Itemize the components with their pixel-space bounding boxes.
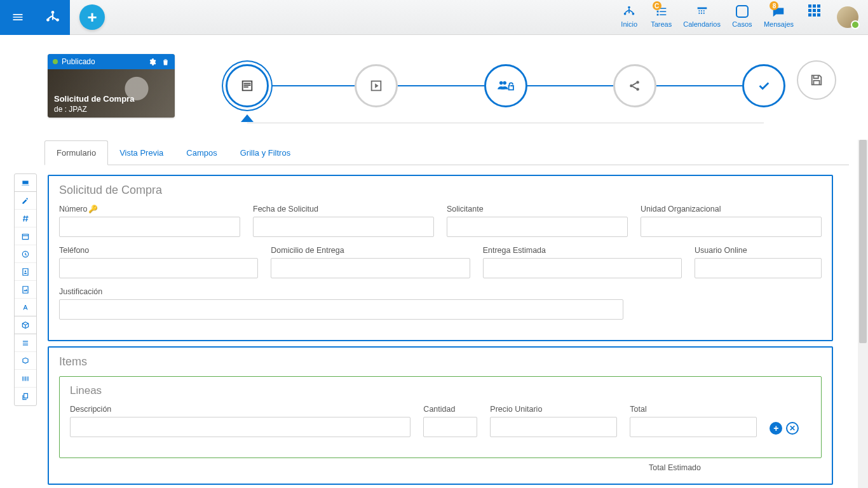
label-domicilio: Domicilio de Entrega xyxy=(271,246,470,255)
label-entrega: Entrega Estimada xyxy=(483,246,682,255)
lines-icon xyxy=(21,339,30,348)
barcode-icon xyxy=(21,374,30,383)
input-precio[interactable] xyxy=(490,417,617,437)
casos-icon xyxy=(736,5,749,18)
edit-icon xyxy=(21,196,30,205)
copy-icon xyxy=(21,392,30,401)
input-entrega[interactable] xyxy=(483,258,682,278)
form-card: Publicado Solicitud de Compra de : JPAZ xyxy=(48,54,175,118)
tool-laptop[interactable] xyxy=(15,174,36,192)
label-fecha: Fecha de Solicitud xyxy=(253,205,434,214)
label-cantidad: Cantidad xyxy=(423,405,477,414)
box-icon xyxy=(21,321,30,330)
add-line-button[interactable]: + xyxy=(770,422,782,435)
step-share[interactable] xyxy=(613,64,656,107)
tab-formulario[interactable]: Formulario xyxy=(44,140,108,165)
tab-grilla[interactable]: Grilla y Filtros xyxy=(229,141,302,165)
svg-point-5 xyxy=(632,13,635,15)
inicio-icon xyxy=(622,4,636,18)
svg-point-7 xyxy=(503,81,506,85)
input-total[interactable] xyxy=(630,417,757,437)
card-status: Publicado xyxy=(53,57,95,66)
laptop-icon xyxy=(21,179,30,187)
trash-icon[interactable] xyxy=(161,58,170,66)
svg-point-6 xyxy=(499,81,503,85)
gear-icon[interactable] xyxy=(148,58,156,66)
tool-barcode[interactable] xyxy=(15,370,36,388)
svg-point-4 xyxy=(624,13,627,15)
key-icon: 🔑 xyxy=(88,205,98,214)
users-lock-icon xyxy=(496,79,515,93)
step-permissions[interactable] xyxy=(484,64,527,107)
plus-icon: + xyxy=(87,9,97,25)
tool-box[interactable] xyxy=(15,316,36,334)
input-domicilio[interactable] xyxy=(271,258,470,278)
tab-vista-previa[interactable]: Vista Previa xyxy=(108,141,175,165)
nav-casos[interactable]: Casos xyxy=(732,4,752,28)
tool-edit[interactable] xyxy=(15,192,36,210)
input-numero[interactable] xyxy=(59,217,240,237)
nav-tareas-label: Tareas xyxy=(651,20,672,28)
label-justificacion: Justificación xyxy=(59,287,623,296)
tool-lines[interactable] xyxy=(15,334,36,352)
tool-clock[interactable] xyxy=(15,245,36,263)
save-button[interactable] xyxy=(797,60,836,100)
nav-apps[interactable] xyxy=(805,4,825,19)
tool-box2[interactable] xyxy=(15,352,36,370)
tool-font[interactable] xyxy=(15,299,36,316)
svg-point-3 xyxy=(628,6,630,9)
nav-calendarios[interactable]: Calendarios xyxy=(683,4,721,28)
tool-image[interactable] xyxy=(15,281,36,299)
form-icon xyxy=(240,79,254,93)
input-telefono[interactable] xyxy=(59,258,258,278)
label-descripcion: Descripción xyxy=(70,405,410,414)
label-usuario: Usuario Online xyxy=(695,246,822,255)
input-unidad[interactable] xyxy=(641,217,822,237)
panel-solicitud: Solicitud de Compra Número🔑 Fecha de Sol… xyxy=(48,175,833,341)
tool-calendar[interactable] xyxy=(15,227,36,245)
menu-button[interactable] xyxy=(0,0,35,35)
calendar-icon xyxy=(695,4,709,18)
hamburger-icon xyxy=(11,11,24,24)
scrollbar-thumb[interactable] xyxy=(859,140,867,343)
step-play[interactable] xyxy=(355,64,398,107)
scrollbar[interactable] xyxy=(858,140,868,488)
tool-hash[interactable] xyxy=(15,210,36,227)
step-done[interactable] xyxy=(742,64,785,107)
panel-solicitud-title: Solicitud de Compra xyxy=(59,184,822,197)
user-doc-icon xyxy=(21,268,30,276)
label-numero: Número🔑 xyxy=(59,205,240,214)
card-subtitle: de : JPAZ xyxy=(54,105,168,114)
status-dot-icon xyxy=(53,59,58,64)
tab-campos[interactable]: Campos xyxy=(175,141,228,165)
cube-icon xyxy=(21,356,30,365)
nav-mensajes-label: Mensajes xyxy=(764,20,794,28)
panel-lineas: Lineas Descripción Cantidad Precio Unita… xyxy=(59,376,822,458)
nav-tareas[interactable]: C Tareas xyxy=(651,4,672,28)
field-toolbar xyxy=(14,173,37,406)
panel-items-title: Items xyxy=(59,355,822,369)
play-icon xyxy=(369,79,383,93)
nav-inicio-label: Inicio xyxy=(621,20,637,28)
svg-point-0 xyxy=(51,11,54,14)
delete-line-button[interactable]: ✕ xyxy=(786,422,799,435)
input-cantidad[interactable] xyxy=(423,417,477,437)
add-button[interactable]: + xyxy=(79,4,105,30)
tabs: Formulario Vista Previa Campos Grilla y … xyxy=(44,140,849,165)
tool-user[interactable] xyxy=(15,263,36,281)
input-descripcion[interactable] xyxy=(70,417,410,437)
input-usuario[interactable] xyxy=(695,258,822,278)
nav-avatar[interactable] xyxy=(837,4,858,28)
nav-inicio[interactable]: Inicio xyxy=(619,4,639,28)
tool-copy[interactable] xyxy=(15,388,36,405)
hash-icon xyxy=(21,214,30,223)
input-solicitante[interactable] xyxy=(447,217,628,237)
wizard-steps xyxy=(226,57,785,114)
nav-casos-label: Casos xyxy=(732,20,752,28)
input-justificacion[interactable] xyxy=(59,299,623,320)
input-fecha[interactable] xyxy=(253,217,434,237)
logo-icon xyxy=(44,9,61,25)
step-form[interactable] xyxy=(226,64,269,107)
nav-mensajes[interactable]: 8 Mensajes xyxy=(764,4,794,28)
app-logo xyxy=(35,0,70,35)
